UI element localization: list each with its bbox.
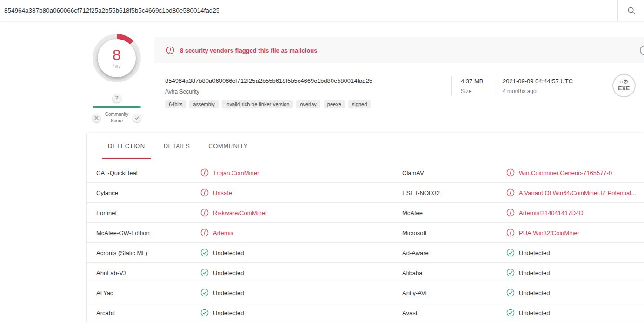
detection-result-text: Unsafe [213,189,232,196]
tab-details[interactable]: DETAILS [158,133,196,159]
file-date-block: 2021-09-09 04:44:57 UTC 4 months ago [496,76,573,96]
malicious-icon [200,168,209,177]
detection-result-text: Undetected [519,269,550,276]
detection-result-text: Trojan.CoinMiner [213,169,259,176]
engine-name: Alibaba [393,269,506,276]
community-score-label: Community Score [103,111,130,124]
engine-name: McAfee [393,209,506,216]
detection-result-text: Artemis!214041417D4D [519,209,584,216]
file-size-label: Size [461,88,483,94]
malicious-icon [506,209,515,217]
gear-icon: ○⚙ [613,79,635,85]
score-value: 8 [113,47,121,62]
undetected-icon [200,309,209,317]
undetected-icon [506,249,515,257]
detection-cell: ClamAV Win [393,168,644,177]
detection-score: 8 / 67 [98,39,136,77]
file-type-label: EXE [613,85,635,92]
detection-result: Undetected [506,289,550,297]
meta-divider [582,76,582,99]
reanalyze-icon[interactable] [640,45,644,55]
tab-detection[interactable]: DETECTION [102,133,151,159]
engine-name: Avast [393,310,506,316]
search-icon [627,6,636,15]
detection-result: Undetected [506,269,550,277]
file-tag[interactable]: overlay [296,100,320,108]
detection-result: Undetected [200,309,244,317]
search-button[interactable] [617,0,644,21]
detection-result: Trojan.CoinMiner [200,168,259,177]
engine-name: Antiy-AVL [393,289,506,296]
detection-result: PUA:Win32/CoinMiner [506,229,579,237]
detection-cell: McAfee-GW-Edition [87,229,393,237]
engine-name: Fortinet [87,209,200,216]
file-date-ago: 4 months ago [503,88,573,94]
detection-cell: Fortinet R [87,209,393,217]
check-icon [134,115,139,121]
detection-result-text: Artemis [213,229,233,236]
malicious-icon [506,168,515,177]
detection-cell: Alibaba Un [393,269,644,277]
undetected-icon [200,249,209,257]
detection-result-text: Undetected [213,310,244,316]
score-total: / 67 [113,64,121,69]
detection-result-text: PUA:Win32/CoinMiner [519,229,579,236]
tab-community[interactable]: COMMUNITY [203,133,253,159]
detection-cell: AhnLab-V3 [87,269,393,277]
undetected-icon [506,269,515,277]
file-hash: 854964a387b80a060066cf712f25a2b55b618f5b… [165,77,372,84]
detection-result-text: Riskware/CoinMiner [213,209,267,216]
undetected-icon [200,289,209,297]
engine-name: ESET-NOD32 [393,189,506,196]
detection-result-text: Undetected [213,289,244,296]
detection-cell: Acronis (Static ML) [87,249,393,257]
detection-result-text: Win.Coinminer.Generic-7165577-0 [519,169,612,176]
undetected-icon [506,289,515,297]
file-tag[interactable]: invalid-rich-pe-linker-version [222,100,293,108]
engine-name: AhnLab-V3 [87,269,200,276]
engine-name: Acronis (Static ML) [87,249,200,256]
detection-result: Artemis!214041417D4D [506,209,584,217]
vote-up-button[interactable] [133,114,141,122]
detection-cell: Arcabit Un [87,309,393,317]
malicious-icon [200,188,209,197]
detection-result: Undetected [200,269,244,277]
vote-down-button[interactable] [92,114,101,122]
table-row: Fortinet R [87,203,644,223]
detection-result: Undetected [200,249,244,257]
detection-score-gauge: 8 / 67 [93,34,141,82]
detection-result-text: Undetected [519,289,550,296]
detection-cell: ALYac Unde [87,289,393,297]
detection-cell: Microsoft [393,229,644,237]
detection-result: Artemis [200,229,233,237]
table-row: ALYac Unde [87,283,644,303]
file-date: 2021-09-09 04:44:57 UTC [503,78,573,85]
file-tag[interactable]: assembly [189,100,218,108]
search-bar [0,0,644,21]
table-row: Acronis (Static ML) [87,243,644,263]
detection-result-text: Undetected [519,310,550,316]
malicious-icon [200,209,209,217]
search-input[interactable] [0,0,617,21]
undetected-icon [506,309,515,317]
table-row: CAT-QuickHeal [87,163,644,183]
detection-result: Undetected [200,289,244,297]
detection-table: CAT-QuickHeal [87,163,644,323]
detection-result: A Variant Of Win64/CoinMiner.IZ Potentia… [506,188,636,197]
file-tag[interactable]: 64bits [165,100,186,108]
detection-result: Undetected [506,249,550,257]
community-score-row: Community Score [92,111,141,124]
engine-name: Microsoft [393,229,506,236]
file-info: 854964a387b80a060066cf712f25a2b55b618f5b… [154,63,644,114]
detection-cell: Avast Unde [393,309,644,317]
file-tag[interactable]: signed [348,100,371,108]
table-row: Arcabit Un [87,303,644,323]
detection-result-text: Undetected [213,269,244,276]
engine-name: Cylance [87,189,200,196]
community-score-bar [93,106,141,108]
detection-result-text: A Variant Of Win64/CoinMiner.IZ Potentia… [519,189,636,196]
file-name: Avira Security [165,88,372,95]
file-tag[interactable]: peexe [324,100,345,108]
engine-name: ClamAV [393,169,506,176]
banner-text: 8 security vendors flagged this file as … [180,47,318,54]
